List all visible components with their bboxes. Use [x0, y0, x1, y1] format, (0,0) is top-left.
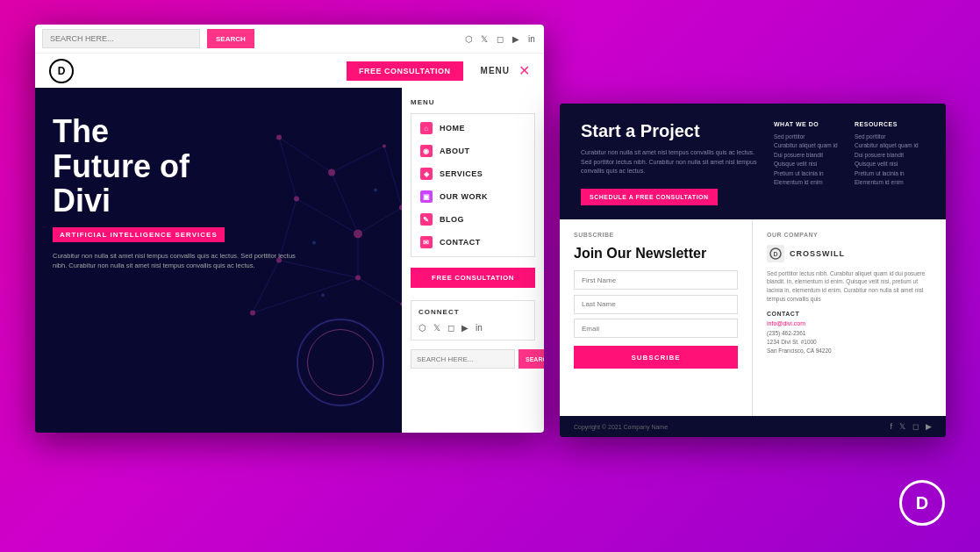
youtube-icon[interactable]: ▶ [511, 33, 521, 44]
svg-point-22 [400, 303, 402, 306]
svg-line-2 [384, 147, 402, 208]
linkedin-connect-icon[interactable]: in [476, 323, 483, 333]
rw-what-item-6: Elementum id enim [774, 178, 844, 187]
hero-title: The Future of Divi [53, 114, 384, 219]
contact-phone: (235) 462-2361 [767, 329, 932, 338]
rw-what-we-do-col: WHAT WE DO Sed porttitor Curabitur aliqu… [774, 121, 844, 205]
free-consult-button[interactable]: FREE CONSULTATION [411, 268, 535, 288]
rw-footer: Copyright © 2021 Company Name f 𝕏 ◻ ▶ [560, 416, 946, 437]
rw-subscribe-panel: SUBSCRIBE Join Our Newsletter SUBSCRIBE [560, 219, 753, 421]
menu-item-about-label: ABOUT [440, 147, 470, 155]
subscribe-button[interactable]: SUBSCRIBE [574, 346, 738, 369]
company-logo-text: CROSSWILL [790, 249, 845, 258]
home-icon: ⌂ [420, 122, 433, 134]
svg-point-18 [354, 230, 362, 239]
footer-youtube-icon[interactable]: ▶ [926, 422, 932, 431]
contact-icon: ✉ [420, 236, 433, 248]
about-icon: ◉ [420, 145, 433, 157]
hero-panel: The Future of Divi ARTIFICIAL INTELLIGEN… [35, 88, 402, 433]
right-window: Start a Project Curabitur non nulla sit … [560, 104, 946, 437]
services-icon: ◈ [420, 168, 433, 180]
rw-cta-button[interactable]: SCHEDULE A FREE CONSULTATION [581, 189, 718, 205]
rw-res-item-1: Sed porttitor [855, 133, 925, 141]
menu-item-about[interactable]: ◉ ABOUT [415, 140, 531, 161]
rw-project-desc: Curabitur non nulla sit amet nisl tempus… [581, 148, 760, 176]
instagram-connect-icon[interactable]: ◻ [447, 323, 454, 333]
company-desc: Sed porttitor lectus nibh. Curabitur ali… [767, 269, 932, 304]
menu-item-contact-label: CONTACT [440, 238, 481, 247]
svg-point-24 [312, 241, 316, 245]
rw-resources-title: RESOURCES [855, 121, 925, 127]
topbar: SEARCH ⬡ 𝕏 ◻ ▶ in [35, 25, 544, 53]
footer-social-icons: f 𝕏 ◻ ▶ [890, 422, 932, 431]
bottom-search-button[interactable]: SEARCH [519, 349, 544, 369]
blog-icon: ✎ [420, 213, 433, 226]
rw-what-item-4: Quisque velit nisi [774, 160, 844, 168]
rw-res-item-5: Pretium ut lacinia in [855, 169, 925, 178]
topbar-search-input[interactable] [42, 29, 200, 48]
footer-facebook-icon[interactable]: f [890, 422, 892, 431]
rw-what-item-5: Pretium ut lacinia in [774, 169, 844, 178]
rw-hero-left: Start a Project Curabitur non nulla sit … [581, 121, 760, 205]
menu-panel: MENU ⌂ HOME ◉ ABOUT ◈ SERVICES ▣ OUR WOR… [402, 88, 544, 433]
hero-subtitle: ARTIFICIAL INTELLIGENCE SERVICES [53, 227, 225, 242]
logo[interactable]: D [49, 59, 74, 83]
contact-city: San Francisco, CA 94220 [767, 347, 932, 355]
menu-item-blog[interactable]: ✎ BLOG [415, 209, 531, 230]
menu-item-work-label: OUR WORK [440, 192, 488, 201]
rw-what-item-3: Dui posuere blandit [774, 151, 844, 160]
svg-point-26 [321, 294, 325, 298]
contact-email[interactable]: info@divi.com [767, 320, 932, 326]
dribble-icon[interactable]: ⬡ [463, 33, 474, 44]
rw-bottom-section: SUBSCRIBE Join Our Newsletter SUBSCRIBE … [560, 219, 946, 421]
twitter-connect-icon[interactable]: 𝕏 [433, 323, 440, 333]
footer-twitter-icon[interactable]: 𝕏 [899, 422, 905, 431]
footer-copyright: Copyright © 2021 Company Name [574, 424, 668, 430]
consultation-button[interactable]: FREE CONSULTATION [347, 61, 463, 81]
linkedin-icon[interactable]: in [526, 33, 537, 44]
left-window: SEARCH ⬡ 𝕏 ◻ ▶ in D FREE CONSULTATION ME… [35, 25, 544, 433]
menu-item-blog-label: BLOG [440, 215, 464, 224]
twitter-icon[interactable]: 𝕏 [479, 33, 490, 44]
rw-res-item-4: Quisque velit nisi [855, 160, 925, 168]
rw-subscribe-label: SUBSCRIBE [574, 232, 738, 238]
menu-section-title: MENU [411, 98, 535, 106]
svg-line-10 [358, 278, 402, 305]
rw-res-item-3: Dui posuere blandit [855, 151, 925, 160]
first-name-input[interactable] [574, 270, 738, 290]
last-name-input[interactable] [574, 295, 738, 314]
menu-item-contact[interactable]: ✉ CONTACT [415, 232, 531, 253]
contact-title: CONTACT [767, 311, 932, 317]
menu-item-services[interactable]: ◈ SERVICES [415, 163, 531, 184]
svg-line-13 [253, 278, 358, 313]
main-content: The Future of Divi ARTIFICIAL INTELLIGEN… [35, 88, 544, 433]
geo-circle [297, 319, 384, 406]
company-logo-icon: D [767, 245, 784, 262]
work-icon: ▣ [420, 190, 433, 203]
youtube-connect-icon[interactable]: ▶ [461, 323, 469, 333]
menu-item-work[interactable]: ▣ OUR WORK [415, 186, 531, 207]
svg-point-21 [355, 276, 361, 281]
topbar-search-button[interactable]: SEARCH [207, 29, 254, 48]
menu-item-home[interactable]: ⌂ HOME [415, 118, 531, 139]
connect-icons: ⬡ 𝕏 ◻ ▶ in [418, 323, 527, 333]
dribble-connect-icon[interactable]: ⬡ [418, 323, 426, 333]
instagram-icon[interactable]: ◻ [495, 33, 505, 44]
svg-point-23 [250, 311, 255, 316]
connect-section: CONNECT ⬡ 𝕏 ◻ ▶ in [411, 300, 535, 341]
rw-project-title: Start a Project [581, 121, 760, 141]
contact-address: 1234 Divi St. #1000 [767, 338, 932, 347]
close-icon[interactable]: ✕ [519, 62, 530, 79]
menu-label: MENU [481, 66, 510, 75]
bottom-search: SEARCH [411, 349, 535, 369]
bottom-search-input[interactable] [411, 349, 515, 369]
footer-instagram-icon[interactable]: ◻ [912, 422, 919, 431]
divi-logo: D [899, 480, 945, 526]
topbar-social-icons: ⬡ 𝕏 ◻ ▶ in [463, 33, 537, 44]
rw-res-item-6: Elementum id enim [855, 178, 925, 187]
rw-what-item-1: Sed porttitor [774, 133, 844, 141]
svg-point-17 [399, 205, 402, 211]
email-input[interactable] [574, 319, 738, 338]
svg-text:D: D [773, 251, 777, 257]
hero-body: Curabitur non nulla sit amet nisl tempus… [53, 251, 298, 271]
